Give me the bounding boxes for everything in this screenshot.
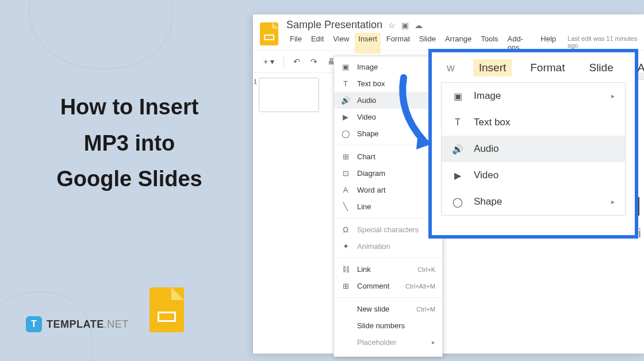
google-slides-window: Sample Presentation ☆ ▣ ☁ File Edit View…	[253, 14, 644, 354]
callout-menu-w[interactable]: w	[441, 59, 461, 76]
wordart-icon: A	[341, 186, 350, 194]
divider	[334, 218, 442, 218]
callout-menu-insert[interactable]: Insert	[473, 59, 512, 76]
chevron-right-icon: ▸	[611, 92, 615, 100]
template-brand-text: TEMPLATE.NET	[47, 318, 129, 331]
divider	[283, 55, 284, 68]
audio-icon: 🔊	[341, 96, 350, 105]
video-icon: ▶	[341, 113, 350, 121]
textbox-icon: T	[452, 117, 463, 128]
diagram-icon: ⊡	[341, 169, 350, 178]
callout-menu-arrange[interactable]: Arrange	[632, 59, 644, 76]
cd-textbox[interactable]: TText box	[442, 109, 625, 136]
comment-icon: ⊞	[341, 282, 350, 290]
chart-icon: ⊞	[341, 152, 350, 161]
cd-video[interactable]: ▶Video	[442, 162, 625, 189]
thumb-number: 1	[254, 78, 257, 85]
dd-image[interactable]: ▣Image▸	[334, 59, 442, 75]
textbox-icon: T	[341, 79, 350, 88]
image-icon: ▣	[452, 91, 463, 102]
move-folder-icon[interactable]: ▣	[401, 21, 409, 30]
cd-audio[interactable]: 🔊Audio	[442, 136, 625, 162]
slide-thumbnail-1[interactable]: 1	[259, 78, 319, 112]
line-icon: ╲	[341, 202, 350, 211]
divider	[334, 145, 442, 145]
shape-icon: ◯	[452, 197, 463, 208]
dd-line[interactable]: ╲Line▸	[334, 198, 442, 215]
callout-menu-row: w Insert Format Slide Arrange	[432, 52, 635, 82]
shortcut-text: Ctrl+K	[417, 266, 435, 273]
dd-video[interactable]: ▶Video	[334, 109, 442, 125]
video-icon: ▶	[452, 170, 463, 181]
menu-format[interactable]: Format	[383, 33, 413, 53]
image-icon: ▣	[341, 63, 350, 71]
dd-slide-numbers[interactable]: Slide numbers	[334, 317, 442, 334]
menu-file[interactable]: File	[286, 33, 305, 53]
callout-insert-dropdown: ▣Image▸ TText box 🔊Audio ▶Video ◯Shape▸	[441, 82, 626, 216]
dd-animation[interactable]: ✦Animation	[334, 238, 442, 255]
cloud-status-icon[interactable]: ☁	[415, 21, 423, 30]
app-header: Sample Presentation ☆ ▣ ☁ File Edit View…	[253, 14, 644, 50]
dd-audio[interactable]: 🔊Audio	[334, 92, 442, 109]
dd-placeholder[interactable]: Placeholder▸	[334, 334, 442, 351]
dd-chart[interactable]: ⊞Chart▸	[334, 148, 442, 165]
document-title[interactable]: Sample Presentation	[286, 19, 382, 31]
callout-menu-slide[interactable]: Slide	[583, 59, 619, 76]
star-icon[interactable]: ☆	[388, 21, 396, 30]
chevron-right-icon: ▸	[432, 339, 435, 346]
shortcut-text: Ctrl+Alt+M	[405, 283, 435, 290]
dd-shape[interactable]: ◯Shape▸	[334, 125, 442, 142]
page-title: How to Insert MP3 into Google Slides	[26, 89, 233, 197]
insert-dropdown-small: ▣Image▸ TText box 🔊Audio ▶Video ◯Shape▸ …	[334, 56, 443, 357]
link-icon: ⛓	[341, 265, 350, 274]
shape-icon: ◯	[341, 129, 350, 138]
title-line2: MP3 into	[26, 125, 233, 162]
redo-icon[interactable]: ↷	[307, 55, 321, 68]
divider	[334, 258, 442, 258]
dd-special-chars[interactable]: ΩSpecial characters	[334, 221, 442, 238]
undo-icon[interactable]: ↶	[290, 55, 304, 68]
divider	[334, 297, 442, 298]
slides-logo-icon	[150, 287, 184, 332]
cd-image[interactable]: ▣Image▸	[442, 83, 625, 109]
dd-comment[interactable]: ⊞CommentCtrl+Alt+M	[334, 278, 442, 294]
slides-app-icon[interactable]	[260, 22, 278, 45]
template-net-logo: T TEMPLATE.NET	[26, 316, 129, 332]
dd-wordart[interactable]: AWord art	[334, 182, 442, 198]
omega-icon: Ω	[341, 225, 350, 234]
template-icon: T	[26, 316, 42, 332]
dd-diagram[interactable]: ⊡Diagram	[334, 165, 442, 182]
title-line3: Google Slides	[26, 161, 233, 197]
cd-shape[interactable]: ◯Shape▸	[442, 189, 625, 215]
animation-icon: ✦	[341, 242, 350, 251]
menu-view[interactable]: View	[329, 33, 352, 53]
dd-new-slide[interactable]: New slideCtrl+M	[334, 301, 442, 317]
callout-menu-format[interactable]: Format	[524, 59, 570, 76]
chevron-right-icon: ▸	[611, 198, 615, 206]
callout-zoom-panel: w Insert Format Slide Arrange ▣Image▸ TT…	[428, 49, 638, 239]
dd-textbox[interactable]: TText box	[334, 75, 442, 92]
shortcut-text: Ctrl+M	[416, 306, 435, 313]
title-line1: How to Insert	[26, 89, 233, 125]
new-slide-button[interactable]: + ▾	[260, 55, 278, 68]
slide-thumbnails: 1	[259, 78, 328, 112]
dd-link[interactable]: ⛓LinkCtrl+K	[334, 261, 442, 278]
menu-edit[interactable]: Edit	[308, 33, 327, 53]
bg-decor	[29, 0, 172, 69]
menu-insert[interactable]: Insert	[355, 33, 381, 53]
audio-icon: 🔊	[452, 144, 463, 155]
